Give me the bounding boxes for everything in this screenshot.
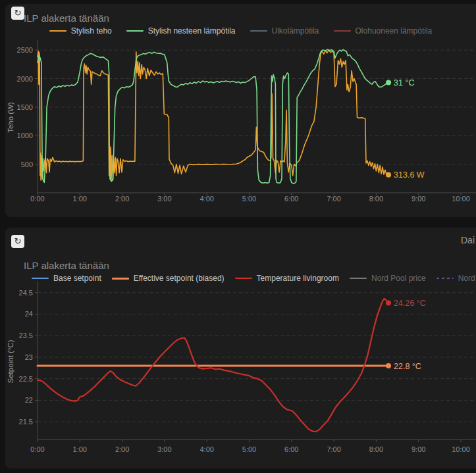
- x-tick-label: 2:00: [115, 445, 129, 453]
- y-tick-label: 24.5: [19, 289, 33, 297]
- y-tick-label: 2500: [17, 46, 33, 54]
- x-tick-label: 0:00: [30, 445, 44, 453]
- x-tick-label: 10:00: [452, 445, 470, 453]
- setpoint-chart-canvas[interactable]: 21.52222.52323.52424.50:001:002:003:004:…: [5, 228, 476, 468]
- x-tick-label: 1:00: [73, 445, 87, 453]
- x-tick-label: 6:00: [284, 195, 298, 203]
- y-tick-label: 24: [25, 310, 33, 318]
- y-tick-label: 22.5: [19, 375, 33, 383]
- x-tick-label: 3:00: [157, 195, 171, 203]
- x-tick-label: 6:00: [284, 445, 298, 453]
- y-tick-label: 500: [21, 161, 33, 168]
- x-tick-label: 3:00: [157, 445, 171, 453]
- series-end-label: 22.8 °C: [394, 362, 421, 371]
- x-tick-label: 7:00: [327, 445, 340, 453]
- y-tick-label: 22: [25, 396, 33, 404]
- series-end-dot: [386, 300, 391, 305]
- x-tick-label: 4:00: [199, 445, 213, 453]
- y-axis-title: Teho (W): [7, 102, 14, 133]
- x-tick-label: 0:00: [30, 195, 44, 203]
- series-end-dot: [386, 172, 391, 178]
- series-line: [38, 49, 388, 184]
- y-tick-label: 23: [25, 353, 33, 361]
- series-line: [38, 50, 388, 182]
- series-end-dot: [386, 363, 391, 368]
- x-tick-label: 8:00: [369, 445, 383, 453]
- power-chart-panel: ↻ ILP alakerta tänään Stylish tehoStylis…: [5, 4, 476, 217]
- y-tick-label: 23.5: [19, 332, 33, 339]
- y-tick-label: 1000: [17, 132, 33, 139]
- y-tick-label: 1500: [17, 103, 33, 111]
- y-tick-label: 21.5: [19, 418, 33, 426]
- dashboard-page: { "panels": [ { "refresh_icon": "↻", "ti…: [0, 0, 476, 473]
- x-tick-label: 9:00: [411, 195, 425, 203]
- series-end-label: 24.26 °C: [394, 299, 426, 308]
- y-axis-title: Setpoint (°C): [7, 339, 14, 383]
- y-tick-label: 2000: [17, 75, 33, 83]
- x-tick-label: 1:00: [73, 195, 87, 203]
- series-end-dot: [386, 80, 391, 86]
- x-tick-label: 5:00: [242, 445, 256, 453]
- x-tick-label: 8:00: [369, 195, 383, 203]
- x-tick-label: 9:00: [411, 445, 425, 453]
- x-tick-label: 2:00: [115, 195, 129, 203]
- x-tick-label: 4:00: [199, 195, 213, 203]
- series-end-label: 313.6 W: [394, 170, 425, 180]
- x-tick-label: 7:00: [327, 195, 340, 203]
- setpoint-chart-panel: ↻ Dai ILP alakerta tänään Base setpointE…: [5, 228, 476, 468]
- x-tick-label: 5:00: [242, 195, 256, 203]
- x-tick-label: 10:00: [452, 195, 470, 203]
- series-end-label: 31 °C: [394, 78, 414, 87]
- power-chart-canvas[interactable]: 50010001500200025000:001:002:003:004:005…: [5, 4, 476, 217]
